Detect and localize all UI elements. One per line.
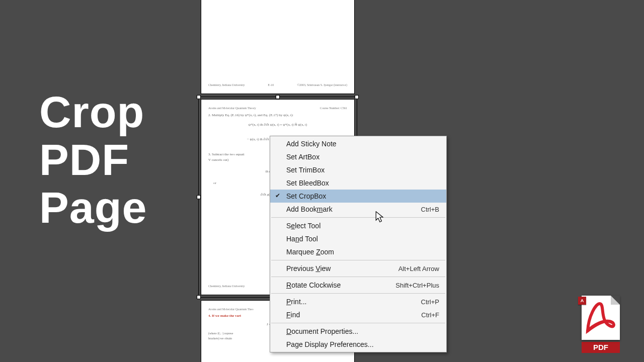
menu-label: Set TrimBox (286, 166, 325, 174)
pdf-label: PDF (582, 342, 620, 353)
menu-set-artbox[interactable]: Set ArtBox (270, 150, 446, 163)
menu-label: Previous View (286, 264, 331, 273)
menu-label: Document Properties... (286, 327, 358, 335)
menu-rotate-clockwise[interactable]: Rotate Clockwise Shift+Ctrl+Plus (270, 279, 446, 292)
context-menu: Add Sticky Note Set ArtBox Set TrimBox S… (270, 136, 447, 352)
menu-add-sticky-note[interactable]: Add Sticky Note (270, 137, 446, 150)
menu-marquee-zoom[interactable]: Marquee Zoom (270, 245, 446, 258)
menu-previous-view[interactable]: Previous View Alt+Left Arrow (270, 262, 446, 275)
menu-shortcut: Ctrl+P (421, 298, 439, 306)
menu-shortcut: Ctrl+F (421, 311, 439, 319)
menu-label: Set CropBox (286, 192, 326, 200)
menu-set-trimbox[interactable]: Set TrimBox (270, 163, 446, 176)
menu-select-tool[interactable]: Select Tool (270, 219, 446, 232)
menu-set-bleedbox[interactable]: Set BleedBox (270, 176, 446, 190)
title-line3: Page (39, 184, 147, 231)
page-header-left: Atoms and Molecular Quantum Theo (208, 308, 254, 311)
crop-handle-bottom-left[interactable] (197, 295, 201, 299)
menu-hand-tool[interactable]: Hand Tool (270, 232, 446, 245)
page-header-right: Course Number: C561 (320, 107, 347, 110)
pdf-file-icon: A PDF (582, 296, 620, 353)
menu-label: Marquee Zoom (286, 248, 334, 256)
menu-find[interactable]: Find Ctrl+F (270, 308, 446, 321)
menu-separator (271, 217, 445, 218)
menu-shortcut: Alt+Left Arrow (398, 265, 439, 273)
menu-label: Rotate Clockwise (286, 281, 341, 289)
menu-label: Print... (286, 298, 306, 306)
page-equation: ψ*(x, t) iħ ∂/∂t ψ(x, t) = ψ*(x, t) Ĥ ψ(… (208, 122, 347, 128)
title-block: Crop PDF Page (39, 88, 147, 231)
menu-add-bookmark[interactable]: Add Bookmark Ctrl+B (270, 203, 446, 216)
page-header-left: Atoms and Molecular Quantum Theory (208, 107, 256, 110)
menu-separator (271, 277, 445, 277)
menu-label: Select Tool (286, 222, 320, 230)
menu-label: Set BleedBox (286, 179, 329, 187)
menu-label: Set ArtBox (286, 153, 319, 161)
menu-separator (271, 293, 445, 294)
crop-handle-top-right[interactable] (355, 95, 359, 99)
pdf-page-previous[interactable]: Chemistry, Indiana University E-10 ©2003… (201, 0, 354, 94)
menu-label: Page Display Preferences... (286, 340, 374, 348)
menu-label: Add Bookmark (286, 205, 333, 213)
menu-print[interactable]: Print... Ctrl+P (270, 295, 446, 308)
page-footer-left: Chemistry, Indiana University (208, 83, 245, 86)
menu-shortcut: Ctrl+B (421, 206, 439, 213)
acrobat-swoosh-icon (585, 301, 617, 335)
page-text: 2. Multiply Eq. (E.16) by ψ*(x, t), and … (208, 113, 347, 118)
title-line1: Crop (39, 88, 147, 136)
menu-label: Find (286, 311, 300, 319)
menu-label: Add Sticky Note (286, 140, 337, 148)
menu-document-properties[interactable]: Document Properties... (270, 325, 446, 338)
menu-page-display-preferences[interactable]: Page Display Preferences... (270, 338, 446, 351)
crop-handle-middle-left[interactable] (197, 195, 201, 199)
crop-handle-top-left[interactable] (197, 95, 201, 99)
menu-separator (271, 260, 445, 260)
checkmark-icon: ✔ (275, 192, 280, 199)
menu-separator (271, 323, 445, 323)
page-footer-mid: E-10 (268, 83, 274, 86)
title-line2: PDF (39, 136, 147, 184)
menu-shortcut: Shift+Ctrl+Plus (395, 282, 439, 289)
menu-label: Hand Tool (286, 235, 318, 243)
crop-handle-top-middle[interactable] (276, 95, 280, 99)
page-footer-left: Chemistry, Indiana University (208, 285, 245, 288)
menu-set-cropbox[interactable]: ✔ Set CropBox (270, 190, 446, 203)
page-footer-right: ©2003, Srinivasan S. Iyengar (instructor… (297, 83, 347, 86)
